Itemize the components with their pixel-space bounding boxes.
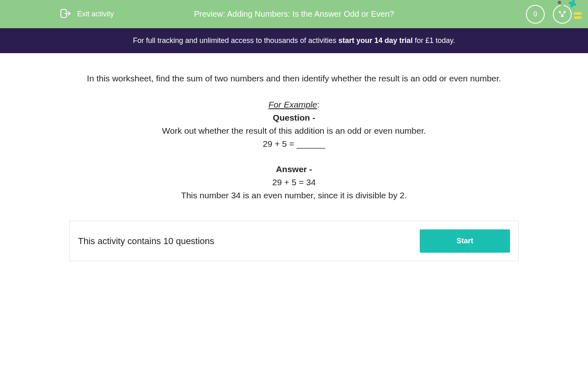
exit-icon bbox=[59, 7, 71, 21]
example-colon: : bbox=[317, 100, 320, 109]
example-heading: For Example: bbox=[69, 100, 519, 110]
example-label: For Example bbox=[269, 100, 317, 109]
question-expression: 29 + 5 = ______ bbox=[69, 139, 519, 149]
question-count-label: This activity contains 10 questions bbox=[78, 236, 214, 247]
answer-expression: 29 + 5 = 34 bbox=[69, 177, 519, 187]
corner-logo bbox=[555, 0, 584, 21]
answer-explanation: This number 34 is an even number, since … bbox=[69, 191, 519, 200]
action-card: This activity contains 10 questions Star… bbox=[69, 221, 519, 261]
promo-suffix: for £1 today. bbox=[413, 36, 455, 45]
promo-bold: start your 14 day trial bbox=[339, 36, 413, 45]
worksheet-intro: In this worksheet, find the sum of two n… bbox=[69, 74, 519, 83]
points-badge[interactable]: 0 bbox=[526, 5, 545, 24]
exit-activity-button[interactable]: Exit activity bbox=[59, 7, 114, 21]
svg-rect-5 bbox=[557, 8, 566, 11]
exit-activity-label: Exit activity bbox=[77, 10, 114, 18]
answer-label: Answer - bbox=[69, 164, 519, 174]
svg-point-1 bbox=[558, 1, 561, 4]
points-value: 0 bbox=[534, 11, 537, 18]
content-area: In this worksheet, find the sum of two n… bbox=[69, 53, 519, 261]
svg-rect-6 bbox=[574, 12, 581, 15]
question-label: Question - bbox=[69, 113, 519, 123]
svg-rect-7 bbox=[574, 16, 581, 19]
promo-bar[interactable]: For full tracking and unlimited access t… bbox=[0, 28, 588, 53]
promo-prefix: For full tracking and unlimited access t… bbox=[133, 36, 338, 45]
page-title: Preview: Adding Numbers: Is the Answer O… bbox=[194, 9, 394, 19]
header-bar: Exit activity Preview: Adding Numbers: I… bbox=[0, 0, 588, 28]
start-button[interactable]: Start bbox=[420, 229, 510, 253]
question-prompt: Work out whether the result of this addi… bbox=[69, 126, 519, 136]
